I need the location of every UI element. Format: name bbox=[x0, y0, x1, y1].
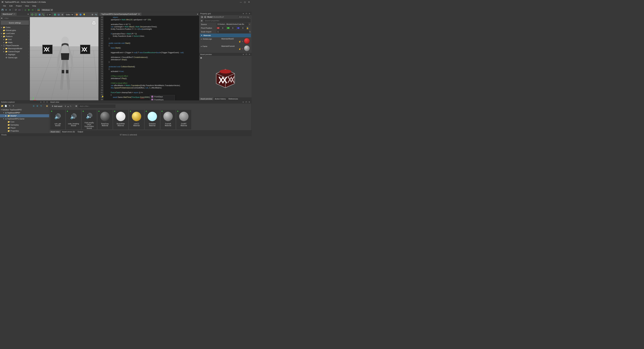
menu-edit[interactable]: Edit bbox=[8, 5, 14, 7]
asset-item[interactable]: EmissiveMaterial bbox=[145, 110, 160, 129]
asset-item[interactable]: BodyWhiteMaterial bbox=[113, 110, 128, 129]
scene-tree-item[interactable]: ☀Highlight⋮ bbox=[0, 53, 30, 56]
panel-menu-icon[interactable]: ▾ bbox=[197, 13, 198, 15]
edit-icon[interactable]: ✎ bbox=[242, 41, 243, 43]
preview-type-icon[interactable]: ▦ bbox=[200, 57, 202, 59]
solution-tree-item[interactable]: 📁Properties bbox=[0, 129, 49, 132]
scene-tree-item[interactable]: ⚙GameLogic⋮ bbox=[0, 56, 30, 59]
close-icon[interactable]: ✕ bbox=[248, 101, 250, 103]
step-icon[interactable]: ▸| bbox=[31, 9, 34, 12]
nav-fwd-icon[interactable]: ► bbox=[204, 16, 206, 18]
camera-icon[interactable]: 📷 bbox=[94, 13, 98, 16]
platform-select[interactable]: Windows bbox=[41, 9, 53, 12]
pin-icon[interactable]: ⊓ bbox=[245, 53, 248, 56]
scene-tree-item[interactable]: ▶📁LootCrates⋮ bbox=[0, 32, 30, 35]
prop-search-input[interactable] bbox=[204, 19, 250, 22]
code-editor[interactable]: 49 50 51 52 53 54 55 56 57 58 59 60 61 6… bbox=[98, 16, 199, 100]
panel-menu-icon[interactable]: ▾ bbox=[242, 53, 244, 56]
reload-icon[interactable] bbox=[14, 9, 17, 12]
tab-asset-view[interactable]: Asset view bbox=[49, 130, 61, 133]
material-name[interactable]: ▶XenkoLogo bbox=[201, 38, 221, 40]
refresh-icon[interactable]: ↻ bbox=[8, 104, 11, 107]
scale-tool-icon[interactable] bbox=[38, 13, 41, 16]
menu-project[interactable]: Project bbox=[14, 5, 23, 7]
tab-references[interactable]: References bbox=[227, 98, 239, 100]
delete-icon[interactable]: ✕ bbox=[12, 104, 15, 107]
build-icon[interactable]: ⎙ bbox=[24, 9, 27, 12]
scene-tree-item[interactable]: ▶📁CameraTarget⋮ bbox=[0, 50, 30, 53]
code-tab[interactable]: TopDownRPG.Game/Gameplay/CoinScript* ✕ bbox=[100, 13, 142, 16]
code-icon[interactable]: </> bbox=[18, 9, 21, 12]
scene-tree-item[interactable]: ▼📁Platform⋮ bbox=[0, 35, 30, 38]
materials-section-header[interactable]: ▼ Materials bbox=[200, 34, 251, 37]
scene-tree-item[interactable]: ▶📁MannequinModel⋮ bbox=[0, 47, 30, 50]
asset-item[interactable]: BodyGrayMaterial bbox=[98, 110, 112, 129]
edit-icon[interactable]: ✎ bbox=[70, 105, 72, 107]
edit-icon[interactable]: ✎ bbox=[242, 48, 243, 50]
hand-icon[interactable]: ☝ bbox=[239, 48, 241, 50]
intellisense-item[interactable]: FromHours bbox=[150, 98, 175, 100]
render-icon[interactable] bbox=[75, 13, 78, 16]
panel-menu-icon[interactable]: ▾ bbox=[28, 13, 29, 15]
add-tag-button[interactable]: Add new tag bbox=[238, 16, 250, 18]
add-asset-button[interactable]: +Add asset bbox=[50, 104, 64, 109]
intellisense-popup[interactable]: FromDaysFromHoursFromMillisecondsFromMin… bbox=[150, 95, 175, 100]
asset-item[interactable]: FrameAMaterial bbox=[161, 110, 176, 129]
stepper-icon[interactable]: ⇅ bbox=[249, 31, 251, 33]
scene-tree-item[interactable]: ▶📁Walls⋮ bbox=[0, 41, 30, 44]
filter-icon[interactable]: ⊞ bbox=[200, 20, 203, 22]
solution-tree-item[interactable]: 📁Player bbox=[0, 126, 49, 129]
pivot-y-input[interactable] bbox=[230, 27, 236, 30]
tab-asset-errors[interactable]: Asset errors (0) bbox=[61, 130, 76, 133]
scene-tab[interactable]: MainScene* ✕ bbox=[1, 13, 16, 16]
asset-item[interactable]: 🔊FishLampByUlrick-EvensSaliesSound bbox=[82, 110, 96, 129]
gear-icon[interactable]: ⚙ bbox=[61, 13, 64, 16]
solution-tree-item[interactable]: ▼⊞TopDownRPG.Game bbox=[0, 117, 49, 120]
nav-back-icon[interactable]: ◄ bbox=[200, 16, 203, 18]
asset-item[interactable]: 🔊coin_getSound bbox=[50, 110, 65, 129]
asset-item[interactable]: coinC2Material bbox=[129, 110, 144, 129]
snap-icon[interactable] bbox=[42, 13, 45, 16]
lock-icon[interactable]: 🔒 bbox=[246, 27, 249, 29]
solution-tree-item[interactable]: 📁Gameplay bbox=[0, 123, 49, 126]
expand-icon[interactable]: ⊞ bbox=[36, 104, 39, 107]
close-icon[interactable]: ✕ bbox=[248, 13, 250, 15]
solution-tree-item[interactable]: 📁Core bbox=[0, 120, 49, 123]
asset-item[interactable]: 🔊crate_breakingSound bbox=[66, 110, 81, 129]
tab-asset-preview[interactable]: Asset preview bbox=[199, 98, 213, 100]
scene-filter-input[interactable] bbox=[3, 17, 29, 20]
collapse-icon[interactable]: ⊟ bbox=[32, 104, 35, 107]
close-icon[interactable]: ✕ bbox=[46, 101, 48, 103]
redo-icon[interactable] bbox=[8, 9, 12, 12]
asset-filter-input[interactable] bbox=[78, 105, 116, 108]
menu-view[interactable]: View bbox=[23, 5, 31, 7]
render2-icon[interactable] bbox=[79, 13, 82, 16]
lightbulb-icon[interactable]: 💡 bbox=[102, 96, 104, 98]
solution-root[interactable]: ▼ Solution 'TopDownRPG' bbox=[0, 108, 49, 111]
scene-tree-item[interactable]: ▼PlayerCharacter⋮ bbox=[0, 44, 30, 47]
scene-tree-item[interactable]: ▶📁Coins⋮ bbox=[0, 26, 30, 29]
asset-preview-viewport[interactable] bbox=[199, 60, 252, 97]
close-icon[interactable]: ✕ bbox=[248, 53, 250, 56]
scene-settings-button[interactable]: Scene settings bbox=[1, 21, 29, 25]
viewport-mode-select[interactable]: Editor bbox=[64, 13, 74, 16]
play-icon[interactable]: ▶ bbox=[28, 9, 30, 12]
save-icon[interactable] bbox=[1, 9, 4, 12]
light-icon[interactable]: 💡 bbox=[82, 13, 86, 16]
panel-menu-icon[interactable]: ▾ bbox=[242, 101, 244, 103]
scene-tree-item[interactable]: 📁GlobalLights⋮ bbox=[0, 29, 30, 32]
settings-icon[interactable]: ⚙ bbox=[91, 13, 94, 16]
scene-tree-item[interactable]: ▶📁Grid⋮ bbox=[0, 38, 30, 41]
new-folder-icon[interactable]: 📁 bbox=[1, 104, 4, 107]
material-value-field[interactable]: Materials/FrameA bbox=[221, 45, 243, 47]
new-file-icon[interactable]: 📄 bbox=[4, 104, 8, 107]
source-field[interactable]: D:\Xenko\...\Models\XenkoCrate.fbx bbox=[217, 23, 248, 26]
close-button[interactable]: ✕ bbox=[248, 1, 250, 3]
tab-output[interactable]: Output bbox=[76, 130, 84, 133]
intellisense-item[interactable]: FromDays bbox=[150, 95, 175, 98]
pin-icon[interactable]: ⊓ bbox=[245, 101, 247, 103]
material-name[interactable]: ▶Fame bbox=[201, 45, 221, 47]
rotate-tool-icon[interactable] bbox=[34, 13, 38, 16]
scale-import-input[interactable] bbox=[217, 30, 249, 33]
hand-icon[interactable]: ☝ bbox=[239, 41, 241, 43]
